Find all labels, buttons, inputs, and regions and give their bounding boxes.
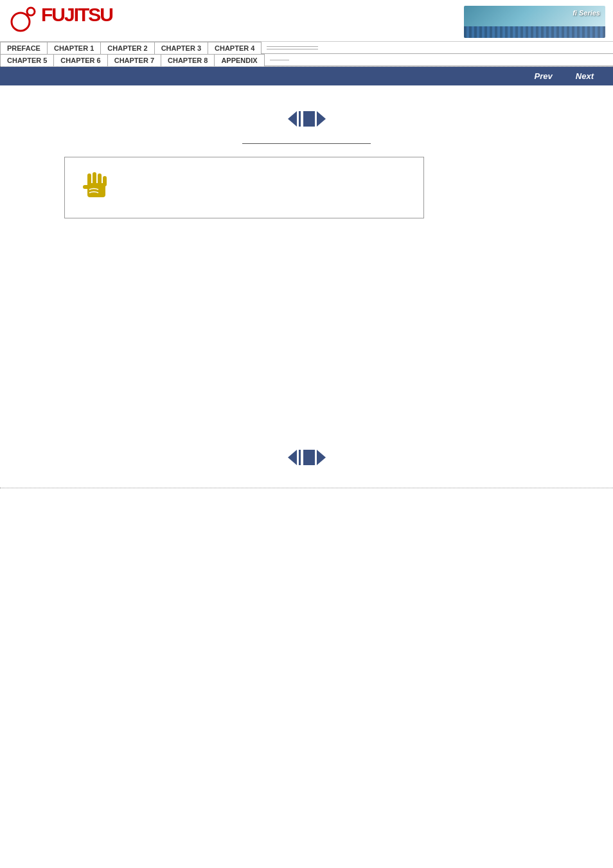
fujitsu-wordmark: FUJITSU xyxy=(41,5,112,24)
tab-preface[interactable]: PREFACE xyxy=(0,42,48,54)
svg-rect-5 xyxy=(98,173,102,186)
notice-box xyxy=(64,157,424,218)
tab-appendix[interactable]: APPENDIX xyxy=(215,54,264,66)
next-button[interactable]: Next xyxy=(564,69,605,83)
nav-arrow-left-bottom xyxy=(288,450,297,465)
svg-point-1 xyxy=(12,13,30,31)
svg-rect-4 xyxy=(93,172,96,186)
nav-bar-thick-top xyxy=(303,111,315,127)
scanner-nav-icon-bottom xyxy=(288,450,326,465)
content-spacer xyxy=(26,231,587,424)
content-area xyxy=(0,85,613,488)
tab-chapter2[interactable]: CHAPTER 2 xyxy=(101,42,154,54)
scanner-nav-top xyxy=(26,111,587,127)
placeholder-line-2 xyxy=(267,49,318,49)
hand-icon xyxy=(78,167,113,208)
nav-arrow-right-bottom xyxy=(317,450,326,465)
placeholder-line-1 xyxy=(267,46,318,47)
nav-bar-thick-bottom xyxy=(303,450,315,465)
nav-arrow-right-top xyxy=(317,111,326,127)
tab-chapter5[interactable]: CHAPTER 5 xyxy=(0,54,54,66)
banner-stripes xyxy=(464,26,605,38)
tab-chapter7[interactable]: CHAPTER 7 xyxy=(108,54,161,66)
hand-svg xyxy=(78,167,113,202)
nav-arrow-left-top xyxy=(288,111,297,127)
svg-point-0 xyxy=(27,8,35,15)
nav-row-1: PREFACE CHAPTER 1 CHAPTER 2 CHAPTER 3 CH… xyxy=(0,42,613,54)
nav-tabs: PREFACE CHAPTER 1 CHAPTER 2 CHAPTER 3 CH… xyxy=(0,41,613,66)
placeholder-line-3 xyxy=(270,60,289,60)
prev-next-bar: Prev Next xyxy=(0,67,613,85)
nav-placeholder-right-2 xyxy=(265,54,613,66)
content-link[interactable] xyxy=(242,136,371,144)
fi-series-label: fi Series xyxy=(573,9,600,17)
nav-separator-bottom xyxy=(0,488,613,488)
tab-chapter1[interactable]: CHAPTER 1 xyxy=(48,42,101,54)
page-header: FUJITSU fi Series xyxy=(0,0,613,41)
scanner-nav-icon-top xyxy=(288,111,326,127)
fujitsu-logo-icon xyxy=(8,5,41,39)
fi-series-banner: fi Series xyxy=(464,6,605,38)
tab-chapter3[interactable]: CHAPTER 3 xyxy=(155,42,208,54)
svg-rect-3 xyxy=(87,173,91,186)
nav-bar-thin-bottom xyxy=(299,450,301,465)
scanner-nav-bottom xyxy=(26,450,587,465)
prev-button[interactable]: Prev xyxy=(523,69,564,83)
nav-row-2: CHAPTER 5 CHAPTER 6 CHAPTER 7 CHAPTER 8 … xyxy=(0,54,613,66)
svg-rect-6 xyxy=(103,176,107,186)
nav-placeholder-right xyxy=(262,42,613,54)
tab-chapter4[interactable]: CHAPTER 4 xyxy=(208,42,262,54)
tab-chapter6[interactable]: CHAPTER 6 xyxy=(54,54,107,66)
nav-bar-thin-top xyxy=(299,111,301,127)
svg-rect-7 xyxy=(83,185,89,189)
tab-chapter8[interactable]: CHAPTER 8 xyxy=(161,54,215,66)
fujitsu-logo: FUJITSU xyxy=(8,5,112,39)
